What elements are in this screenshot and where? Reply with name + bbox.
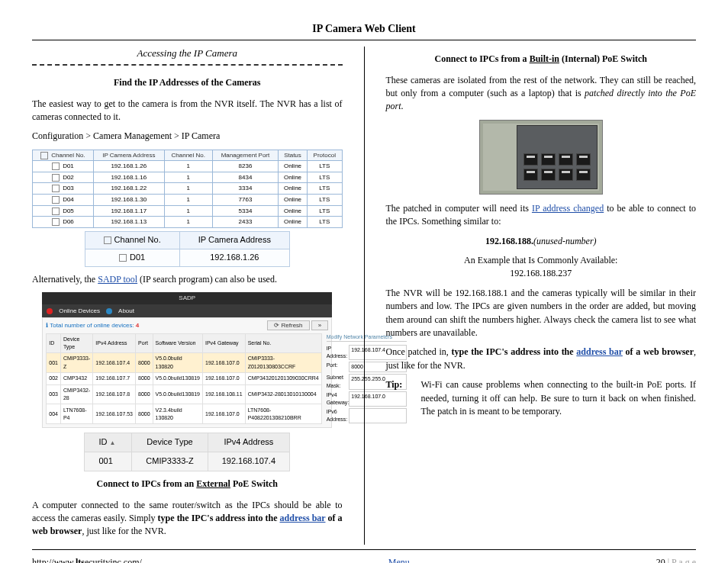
external-heading: Connect to IPCs from an External PoE Swi… bbox=[32, 478, 343, 491]
column-divider bbox=[364, 47, 365, 544]
left-column: Accessing the IP Camera Find the IP Addr… bbox=[32, 47, 343, 544]
sadp-device-table: IDDevice TypeIPv4 AddressPortSoftware Ve… bbox=[46, 333, 321, 424]
isolated-text: These cameras are isolated from the rest… bbox=[386, 74, 697, 114]
address-bar-link[interactable]: address bar bbox=[280, 513, 326, 523]
ip-example: An Example that Is Commonly Available:19… bbox=[386, 254, 697, 281]
nav-path: Configuration > Camera Management > IP C… bbox=[32, 130, 343, 143]
sadp-screenshot: SADP Online Devices About ℹ Total number… bbox=[42, 292, 332, 471]
menu-link[interactable]: Menu bbox=[388, 556, 410, 563]
refresh-button[interactable]: ⟳ Refresh bbox=[267, 320, 309, 330]
sadp-zoom: ID▲ Device Type IPv4 Address 001CMIP3333… bbox=[84, 433, 290, 471]
ip-change-link[interactable]: IP address changed bbox=[532, 203, 604, 214]
camera-list-zoom: Channel No.IP Camera Address D01192.168.… bbox=[85, 231, 290, 267]
collapse-button[interactable]: » bbox=[311, 320, 328, 330]
nvr-explain: The NVR will be 192.168.188.1 and the ca… bbox=[386, 287, 697, 340]
alt-text: Alternatively, the SADP tool (IP search … bbox=[32, 273, 343, 286]
page-footer: http://www.ltsecurityinc.com/ Menu 20 | … bbox=[32, 549, 696, 563]
poe-switch-image bbox=[479, 120, 603, 195]
ip-pattern: 192.168.188.(unused‑number) bbox=[386, 235, 697, 248]
right-column: Connect to IPCs from a Built‑in (Interna… bbox=[386, 47, 697, 544]
patched-text: The patched in computer will need its IP… bbox=[386, 202, 697, 229]
builtin-heading: Connect to IPCs from a Built‑in (Interna… bbox=[386, 53, 697, 66]
tip-block: Tip: Wi‑Fi can cause problems when conne… bbox=[386, 378, 697, 418]
external-text: A computer connected to the same router/… bbox=[32, 499, 343, 539]
page-title: IP Camera Web Client bbox=[32, 21, 696, 40]
address-bar-link-2[interactable]: address bar bbox=[576, 346, 623, 357]
footer-url: http://www.ltsecurityinc.com/ bbox=[32, 556, 142, 563]
find-heading: Find the IP Addresses of the Cameras bbox=[32, 76, 343, 89]
page-number: 20 | P a g e bbox=[656, 556, 696, 563]
info-icon bbox=[106, 308, 112, 314]
camera-list-table: Channel No. IP Camera Address Channel No… bbox=[32, 150, 343, 228]
record-icon bbox=[47, 308, 53, 314]
accessing-heading: Accessing the IP Camera bbox=[32, 47, 343, 66]
sadp-link[interactable]: SADP tool bbox=[98, 274, 137, 285]
once-patched: Once patched in, type the IPC's address … bbox=[386, 346, 697, 372]
intro-text: The easiest way to get to the camera is … bbox=[32, 98, 343, 124]
